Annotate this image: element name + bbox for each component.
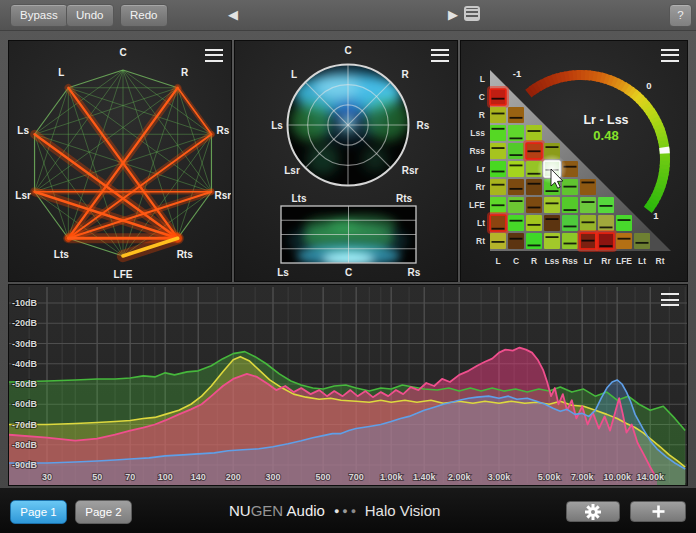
matrix-row-label: Lr bbox=[477, 164, 486, 174]
spectrum-analyzer-panel: -10dB-20dB-30dB-40dB-50dB-60dB-70dB-80dB… bbox=[8, 284, 688, 486]
matrix-col-label: Rr bbox=[601, 256, 611, 266]
web-node-label: L bbox=[58, 67, 64, 78]
web-hot-edge bbox=[178, 88, 212, 134]
spectrum-freq-label: 1.00k bbox=[380, 472, 404, 482]
halo-vision-window: Bypass Undo Redo ◀ ▶ ? CRRsRsrRtsLFELtsL… bbox=[0, 0, 696, 533]
settings-button[interactable] bbox=[566, 501, 620, 522]
scope-channel-label: Rsr bbox=[402, 165, 419, 176]
spectrum-freq-label: 100 bbox=[158, 472, 173, 482]
scope-channel-label: Rs bbox=[417, 120, 430, 131]
page-1-button[interactable]: Page 1 bbox=[10, 500, 67, 524]
matrix-cell[interactable] bbox=[526, 197, 542, 213]
matrix-cell[interactable] bbox=[508, 161, 524, 177]
spectrum-freq-label: 5.00k bbox=[538, 472, 562, 482]
matrix-cell[interactable] bbox=[616, 215, 632, 231]
next-preset-icon[interactable]: ▶ bbox=[448, 7, 458, 23]
matrix-col-label: C bbox=[513, 256, 519, 266]
matrix-cell[interactable] bbox=[508, 107, 524, 123]
gauge-readout-label: Lr - Lss bbox=[583, 113, 628, 127]
matrix-cell[interactable] bbox=[544, 233, 560, 249]
correlation-matrix-panel: LCRLssRssLrRrLFELtRtLCRLssRssLrRrLFELtRt… bbox=[460, 40, 688, 282]
web-node-label: C bbox=[119, 47, 126, 58]
matrix-cell-marker bbox=[492, 147, 505, 149]
matrix-cell-marker bbox=[492, 228, 505, 230]
spectrum-analyzer: -10dB-20dB-30dB-40dB-50dB-60dB-70dB-80dB… bbox=[9, 285, 687, 485]
matrix-cell-marker bbox=[528, 207, 541, 209]
spectrum-freq-label: 3.00k bbox=[488, 472, 512, 482]
matrix-cell-marker bbox=[582, 240, 595, 242]
gear-hole bbox=[591, 510, 595, 514]
matrix-cell[interactable] bbox=[508, 233, 524, 249]
matrix-cell[interactable] bbox=[598, 215, 614, 231]
web-node-label: Rts bbox=[177, 249, 194, 260]
scope-panel-menu-icon[interactable] bbox=[431, 49, 449, 62]
help-button[interactable]: ? bbox=[669, 4, 692, 27]
matrix-cell-marker bbox=[546, 218, 559, 220]
matrix-cell[interactable] bbox=[490, 179, 506, 195]
matrix-cell[interactable] bbox=[526, 179, 542, 195]
matrix-cell[interactable] bbox=[580, 197, 596, 213]
redo-button[interactable]: Redo bbox=[120, 4, 168, 27]
height-meter-label: Lts bbox=[292, 193, 307, 204]
matrix-cell[interactable] bbox=[508, 197, 524, 213]
page-2-button[interactable]: Page 2 bbox=[75, 500, 132, 524]
matrix-cell[interactable] bbox=[490, 125, 506, 141]
matrix-col-label: R bbox=[531, 256, 537, 266]
brand-audio: Audio bbox=[287, 502, 325, 519]
matrix-cell[interactable] bbox=[544, 215, 560, 231]
matrix-cell[interactable] bbox=[508, 179, 524, 195]
brand-nugen: NUGEN bbox=[229, 502, 283, 519]
web-panel-menu-icon[interactable] bbox=[205, 49, 223, 62]
matrix-cell-marker bbox=[492, 241, 505, 243]
matrix-col-label: Lt bbox=[638, 256, 646, 266]
spectrum-freq-label: 14.00k bbox=[636, 472, 665, 482]
matrix-cell[interactable] bbox=[562, 233, 578, 249]
web-node-label: Ls bbox=[17, 125, 29, 136]
matrix-cell-marker bbox=[510, 154, 523, 156]
matrix-panel-menu-icon[interactable] bbox=[661, 49, 679, 62]
matrix-cell[interactable] bbox=[526, 125, 542, 141]
matrix-cell[interactable] bbox=[526, 233, 542, 249]
spectrum-freq-label: 70 bbox=[125, 472, 135, 482]
matrix-cell[interactable] bbox=[562, 215, 578, 231]
matrix-col-label: Rt bbox=[656, 256, 665, 266]
spectrum-db-label: -10dB bbox=[12, 298, 38, 308]
spectrum-db-label: -50dB bbox=[12, 379, 38, 389]
undo-button[interactable]: Undo bbox=[66, 4, 114, 27]
matrix-cell[interactable] bbox=[490, 89, 506, 105]
spectrum-freq-label: 50 bbox=[92, 472, 102, 482]
matrix-col-label: Lr bbox=[584, 256, 593, 266]
matrix-cell[interactable] bbox=[508, 215, 524, 231]
matrix-cell[interactable] bbox=[508, 143, 524, 159]
gauge-arc-segment bbox=[648, 207, 650, 210]
add-button[interactable] bbox=[630, 501, 686, 522]
previous-preset-icon[interactable]: ◀ bbox=[228, 7, 238, 23]
spectrum-freq-label: 500 bbox=[316, 472, 331, 482]
brand-dot: ● bbox=[351, 506, 356, 516]
spectrum-freq-label: 1.40k bbox=[413, 472, 437, 482]
matrix-cell[interactable] bbox=[616, 233, 632, 249]
matrix-cell[interactable] bbox=[490, 143, 506, 159]
matrix-cell-marker bbox=[600, 227, 613, 229]
toolbar: Bypass Undo Redo ◀ ▶ ? bbox=[0, 0, 696, 31]
bypass-button[interactable]: Bypass bbox=[10, 4, 68, 27]
scope-channel-label: Ls bbox=[271, 120, 283, 131]
spectrum-freq-label: 700 bbox=[349, 472, 364, 482]
matrix-cell-marker bbox=[510, 165, 523, 167]
web-node-label: R bbox=[181, 67, 189, 78]
correlation-web-panel: CRRsRsrRtsLFELtsLsrLsL bbox=[8, 40, 232, 282]
footer-bar: Page 1 Page 2 NUGEN Audio●●●Halo Vision bbox=[0, 488, 696, 533]
matrix-cell[interactable] bbox=[580, 179, 596, 195]
correlation-matrix: LCRLssRssLrRrLFELtRtLCRLssRssLrRrLFELtRt… bbox=[461, 41, 687, 281]
matrix-cell[interactable] bbox=[544, 197, 560, 213]
matrix-cell[interactable] bbox=[490, 107, 506, 123]
matrix-cell[interactable] bbox=[526, 215, 542, 231]
matrix-cell-marker bbox=[600, 245, 613, 247]
matrix-cell[interactable] bbox=[634, 233, 650, 249]
spectrum-panel-menu-icon[interactable] bbox=[661, 293, 679, 306]
preset-list-icon[interactable] bbox=[464, 6, 480, 21]
matrix-col-label: Lss bbox=[545, 256, 560, 266]
matrix-cell[interactable] bbox=[490, 161, 506, 177]
scope-channel-label: Lsr bbox=[284, 165, 300, 176]
web-node-label: Rs bbox=[216, 125, 229, 136]
